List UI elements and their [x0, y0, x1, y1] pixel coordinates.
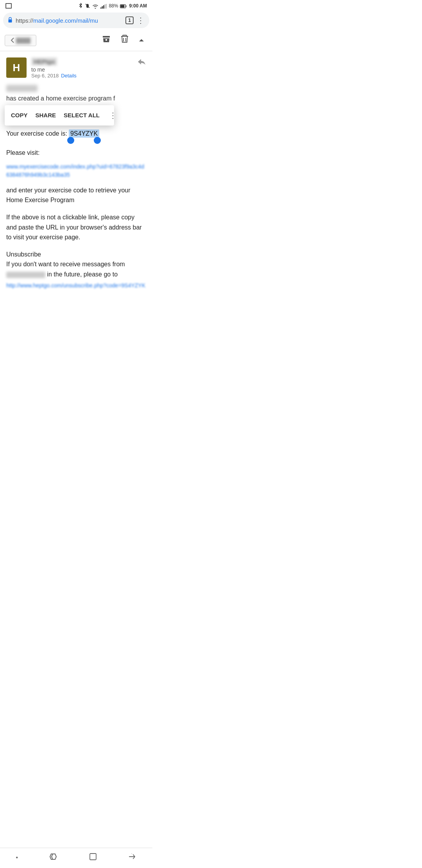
svg-rect-3 [103, 5, 104, 9]
signal-icon [100, 3, 107, 9]
browser-menu-button[interactable]: ⋮ [137, 16, 145, 25]
exercise-code-value: 9S4YZYK [69, 129, 99, 138]
select-all-button[interactable]: SELECT ALL [64, 111, 100, 120]
svg-rect-8 [9, 20, 12, 23]
unsubscribe-section: Unsubscribe If you don't want to receive… [6, 249, 146, 290]
url-scheme: https:// [16, 17, 33, 24]
address-bar[interactable]: https://mail.google.com/mail/mu 1 ⋮ [3, 13, 149, 28]
svg-rect-1 [100, 7, 102, 9]
unsubscribe-text: If you don't want to receive messages fr… [6, 259, 146, 279]
battery-icon [120, 3, 127, 9]
delete-button[interactable] [117, 33, 132, 48]
email-meta: HEPtgo to me Sep 6, 2018 Details [31, 57, 146, 79]
unsubscribe-link[interactable]: http://www.heptgo.com/unsubscribe.php?co… [6, 281, 146, 290]
url-host: mail.google.com/mail/mu [33, 17, 98, 24]
status-right: 88% 9:00 AM [78, 3, 147, 9]
email-body: has created a home exercise program f CO… [6, 85, 146, 321]
status-left [5, 3, 12, 9]
context-menu-popup: COPY SHARE SELECT ALL ⋮ [5, 105, 114, 126]
bluetooth-icon [78, 3, 83, 9]
copy-button[interactable]: COPY [11, 111, 28, 120]
more-dropdown-button[interactable] [135, 34, 148, 47]
blurred-sender [6, 85, 38, 92]
svg-rect-2 [102, 6, 103, 9]
unsubscribe-text-1: If you don't want to receive messages fr… [6, 261, 125, 267]
blurred-domain [6, 272, 45, 278]
details-link[interactable]: Details [61, 73, 77, 79]
email-content: H HEPtgo to me Sep 6, 2018 Details has c… [0, 51, 152, 321]
wifi-icon [92, 3, 98, 9]
mute-icon [85, 3, 90, 9]
intro-text: has created a home exercise program f [6, 85, 146, 104]
selection-handle-left [67, 137, 74, 144]
image-icon [5, 3, 12, 9]
and-enter-paragraph: and enter your exercise code to retrieve… [6, 185, 146, 205]
clickable-note: If the above is not a clickable link, pl… [6, 212, 146, 242]
sender-avatar: H [6, 57, 27, 78]
exercise-code-label: Your exercise code is: [6, 129, 67, 139]
archive-button[interactable] [98, 33, 114, 48]
battery-percentage: 88% [109, 3, 118, 9]
email-date: Sep 6, 2018 [31, 73, 59, 79]
email-header: H HEPtgo to me Sep 6, 2018 Details [6, 57, 146, 79]
unsubscribe-text-2: in the future, please go to [47, 271, 118, 278]
tab-count[interactable]: 1 [125, 16, 134, 24]
back-button[interactable]: ████ [5, 35, 36, 46]
exercise-code-line: Your exercise code is: 9S4YZYK [6, 129, 146, 139]
exercise-link[interactable]: www.myexercisecode.com/index.php?uid=678… [6, 163, 146, 179]
intro-content: has created a home exercise program f [6, 93, 115, 104]
email-date-line: Sep 6, 2018 Details [31, 73, 146, 79]
selection-handle-right [94, 137, 101, 144]
email-toolbar: ████ [0, 30, 152, 51]
exercise-code-container: 9S4YZYK [69, 129, 99, 139]
reply-button[interactable] [138, 57, 146, 68]
svg-rect-4 [105, 4, 106, 9]
address-url[interactable]: https://mail.google.com/mail/mu [16, 17, 122, 24]
unsubscribe-title: Unsubscribe [6, 249, 146, 260]
status-bar: 88% 9:00 AM [0, 0, 152, 11]
svg-rect-5 [106, 4, 107, 9]
lock-icon [8, 17, 13, 24]
to-label: to me [31, 66, 146, 73]
svg-rect-7 [121, 5, 125, 7]
please-visit-text: Please visit: [6, 148, 146, 158]
status-time: 9:00 AM [129, 3, 147, 9]
back-label: ████ [16, 38, 30, 43]
sender-name: HEPtgo [31, 57, 57, 66]
share-button[interactable]: SHARE [36, 111, 56, 120]
context-more-button[interactable]: ⋮ [109, 109, 117, 122]
